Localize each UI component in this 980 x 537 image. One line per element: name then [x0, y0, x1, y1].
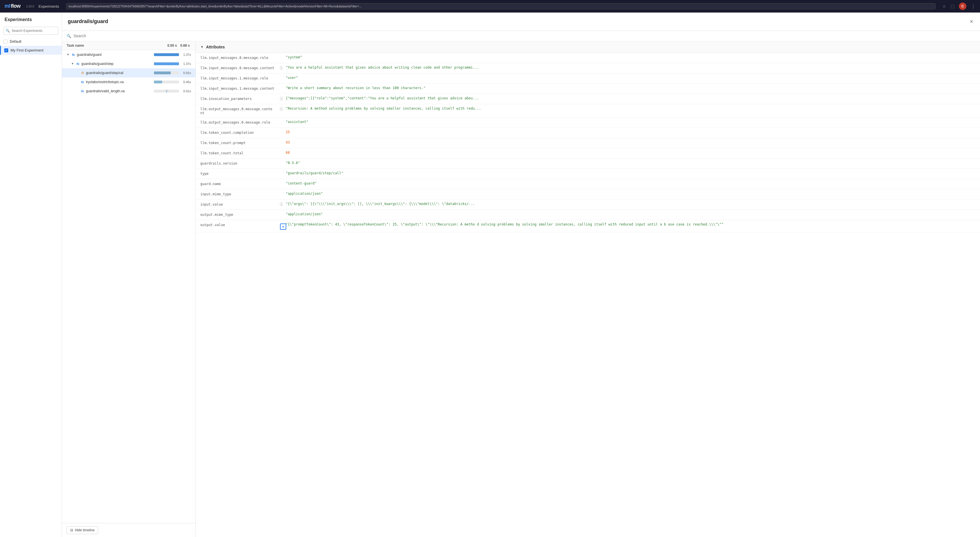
- attr-value-3: "Write a short summary about recursion i…: [286, 86, 975, 90]
- bar-container-1: 1.37s: [154, 62, 191, 65]
- timeline-item-0[interactable]: ▼ fx guardrails/guard 1.37s: [62, 50, 196, 59]
- modal-search-bar: 🔍: [62, 31, 980, 41]
- bar-container-0: 1.37s: [154, 53, 191, 56]
- task-icon-fx-4: fx: [80, 89, 85, 93]
- experiment-item-default[interactable]: Default: [0, 37, 62, 46]
- chevron-down-icon-16: ▼: [282, 225, 285, 228]
- modal-overlay: guardrails/guard × 🔍 Task name 0.00 s: [62, 13, 980, 537]
- expand-right-icon-14[interactable]: ›: [280, 202, 283, 206]
- task-icon-fx-0: fx: [71, 53, 76, 57]
- attributes-panel: ▼ Attributes llm.input_messages.0.messag…: [196, 41, 980, 537]
- expand-icon-1[interactable]: ▼: [71, 62, 75, 65]
- checkbox-my-first[interactable]: ✓: [4, 48, 8, 53]
- attr-expand-btn-9: [280, 151, 286, 151]
- checkbox-default[interactable]: [3, 40, 7, 43]
- col-time2-label: 0.68 s: [180, 43, 190, 48]
- bar-container-4: 0.01s: [154, 89, 191, 93]
- expand-right-icon-4[interactable]: ›: [280, 97, 283, 100]
- timeline-header: Task name 0.00 s 0.68 s: [62, 41, 196, 50]
- task-name-3: tryolabs/restricttotopic.va: [86, 80, 124, 84]
- attr-row-14: input.value › "{\"args\": [{\"\\\"init_a…: [196, 199, 980, 210]
- attr-key-14: input.value: [200, 202, 280, 206]
- bookmark-icon[interactable]: ☆: [942, 4, 946, 8]
- task-name-0: guardrails/guard: [77, 53, 102, 57]
- attr-value-16: "{\"promptTokenCount\": 43, \"responseTo…: [286, 222, 975, 226]
- col-time1-label: 0.00 s: [167, 43, 177, 48]
- attr-value-10: "0.5.6": [286, 161, 975, 165]
- expand-box-16[interactable]: ▼: [280, 223, 286, 230]
- attr-value-8: 43: [286, 140, 975, 144]
- bar-track-4: [154, 90, 179, 92]
- timeline-item-1[interactable]: ▼ fx guardrails/guard/step 1.37s: [62, 59, 196, 69]
- main-content: guardrails/guard × 🔍 Task name 0.00 s: [62, 13, 980, 537]
- attr-key-2: llm.input_messages.1.message.role: [200, 76, 280, 80]
- task-indent-2: ▶ ⚙ guardrails/guard/step/cal: [67, 71, 152, 75]
- attr-expand-btn-11: [280, 171, 286, 172]
- attr-expand-btn-13: [280, 192, 286, 192]
- sidebar-title: Experiments: [0, 13, 62, 27]
- timeline-panel: Task name 0.00 s 0.68 s ▼ fx guardrails/…: [62, 41, 196, 537]
- search-box: 🔍: [3, 27, 58, 35]
- attr-key-6: llm.output_messages.0.message.role: [200, 120, 280, 124]
- topbar: ml flow 2.16.0 Experiments localhost:808…: [0, 0, 980, 13]
- attr-expand-btn-14[interactable]: ›: [280, 202, 286, 206]
- experiment-list: Default ✓ My First Experiment: [0, 37, 62, 537]
- profile-icon[interactable]: C: [959, 3, 966, 10]
- attr-key-15: output.mime_type: [200, 212, 280, 217]
- modal-title: guardrails/guard: [68, 19, 965, 24]
- attr-key-4: llm.invocation_parameters: [200, 96, 280, 101]
- timeline-footer: ⊟ Hide timeline: [62, 523, 196, 537]
- timeline-item-3[interactable]: ▶ fx tryolabs/restricttotopic.va 0.45s: [62, 77, 196, 86]
- bar-track-0: [154, 53, 179, 56]
- attr-expand-btn-2: [280, 76, 286, 76]
- modal-close-button[interactable]: ×: [969, 17, 974, 26]
- attr-expand-btn-6: [280, 120, 286, 120]
- modal: guardrails/guard × 🔍 Task name 0.00 s: [62, 13, 980, 537]
- attr-value-5: "Recursion: A method solving problems by…: [286, 107, 975, 110]
- nav-experiments[interactable]: Experiments: [39, 4, 59, 8]
- menu-icon[interactable]: ⋮: [971, 4, 975, 9]
- attr-key-16: output.value: [200, 222, 280, 227]
- attr-key-5: llm.output_messages.0.message.content: [200, 107, 280, 115]
- attr-expand-btn-10: [280, 161, 286, 161]
- extensions-icon[interactable]: ⬚: [951, 4, 955, 8]
- svg-text:ml: ml: [5, 3, 10, 9]
- task-indent-1: ▼ fx guardrails/guard/step: [67, 62, 152, 66]
- attr-value-13: "application/json": [286, 192, 975, 196]
- task-indent-3: ▶ fx tryolabs/restricttotopic.va: [67, 80, 152, 84]
- attr-row-9: llm.token_count.total 68: [196, 148, 980, 159]
- modal-search-icon: 🔍: [67, 34, 71, 38]
- timeline-item-4[interactable]: ▶ fx guardrails/valid_length.va: [62, 86, 196, 96]
- attr-key-11: type: [200, 171, 280, 176]
- expand-icon-0[interactable]: ▼: [67, 53, 70, 56]
- experiment-label-my-first: My First Experiment: [11, 48, 43, 53]
- hide-timeline-button[interactable]: ⊟ Hide timeline: [67, 526, 98, 534]
- experiment-item-my-first[interactable]: ✓ My First Experiment: [0, 46, 62, 55]
- attr-row-0: llm.input_messages.0.message.role "syste…: [196, 53, 980, 63]
- expand-right-icon-1[interactable]: ›: [280, 66, 283, 70]
- task-indent-0: ▼ fx guardrails/guard: [67, 53, 152, 57]
- attr-row-11: type "guardrails/guard/step/call": [196, 169, 980, 179]
- attr-expand-btn-16[interactable]: ▼: [280, 223, 286, 230]
- expand-right-icon-5[interactable]: ›: [280, 107, 283, 111]
- attr-expand-btn-12: [280, 182, 286, 182]
- bar-fill-1: [154, 62, 179, 65]
- task-name-1: guardrails/guard/step: [81, 62, 113, 66]
- bar-container-3: 0.45s: [154, 80, 191, 84]
- bar-time-3: 0.45s: [181, 80, 191, 84]
- task-name-4: guardrails/valid_length.va: [86, 89, 125, 93]
- modal-body: Task name 0.00 s 0.68 s ▼ fx guardrails/…: [62, 41, 980, 537]
- attr-key-8: llm.token_count.prompt: [200, 140, 280, 145]
- attr-key-9: llm.token_count.total: [200, 151, 280, 155]
- attr-expand-btn-1[interactable]: ›: [280, 65, 286, 70]
- modal-search-input[interactable]: [73, 33, 975, 38]
- attr-expand-btn-4[interactable]: ›: [280, 96, 286, 100]
- bar-track-3: [154, 81, 179, 83]
- search-input[interactable]: [3, 27, 58, 35]
- timeline-item-2[interactable]: ▶ ⚙ guardrails/guard/step/cal 0.91s: [62, 69, 196, 77]
- attr-row-5: llm.output_messages.0.message.content › …: [196, 104, 980, 118]
- url-bar[interactable]: localhost:8080/#/experiments/72822275943…: [66, 3, 935, 10]
- version-label: 2.16.0: [26, 5, 34, 8]
- attr-expand-btn-5[interactable]: ›: [280, 107, 286, 111]
- col-task-label: Task name: [67, 43, 165, 48]
